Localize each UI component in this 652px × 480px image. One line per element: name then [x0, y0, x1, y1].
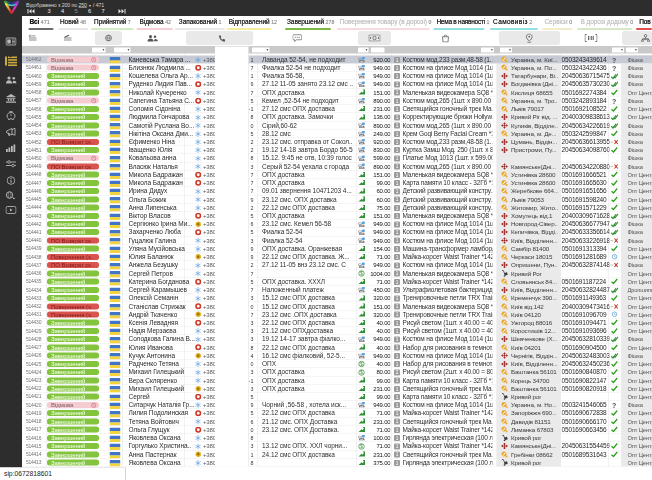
svg-text:$: $: [360, 271, 363, 276]
svg-text:$: $: [360, 370, 363, 375]
svg-text:$: $: [360, 362, 363, 367]
svg-text:$: $: [360, 444, 363, 449]
